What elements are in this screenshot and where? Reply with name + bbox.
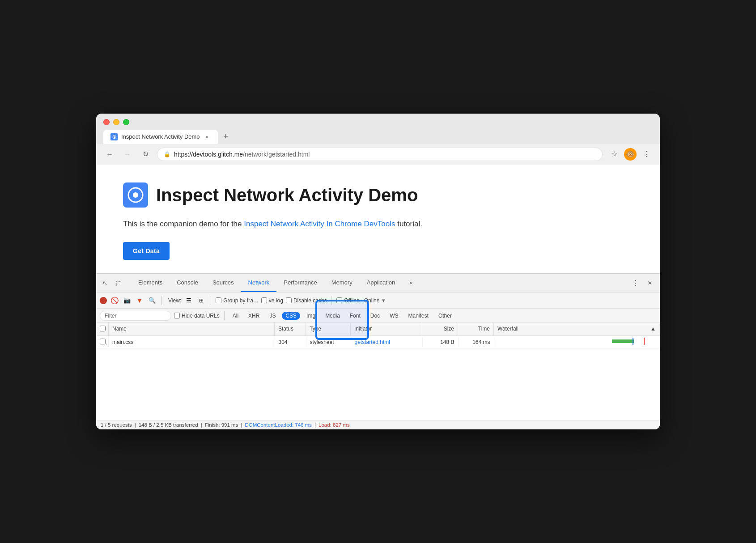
page-content: Inspect Network Activity Demo This is th…	[96, 165, 660, 274]
dom-content-loaded-link[interactable]: DOMContentLoaded: 746 ms	[245, 422, 312, 428]
row-checkbox[interactable]	[100, 339, 106, 344]
load-time: Load: 827 ms	[319, 422, 350, 428]
tabs-row: ◎ Inspect Network Activity Demo × +	[103, 130, 653, 144]
browser-window: ◎ Inspect Network Activity Demo × + ← → …	[96, 114, 660, 430]
devtools-close-icon[interactable]: ×	[644, 277, 656, 289]
header-name[interactable]: Name	[109, 323, 275, 335]
filter-font[interactable]: Font	[346, 312, 364, 320]
table-header: Name Status Type Initiator Size Time Wat…	[96, 323, 660, 336]
tab-favicon: ◎	[110, 133, 118, 140]
browser-tab[interactable]: ◎ Inspect Network Activity Demo ×	[103, 130, 218, 144]
header-status[interactable]: Status	[275, 323, 306, 335]
select-all-checkbox[interactable]	[100, 326, 106, 331]
cursor-icon[interactable]: ↖	[100, 278, 110, 288]
group-by-frame-input[interactable]	[216, 297, 221, 303]
search-icon[interactable]: 🔍	[147, 296, 157, 305]
filter-img[interactable]: Img	[303, 312, 319, 320]
tab-close-button[interactable]: ×	[204, 133, 211, 140]
svg-point-1	[133, 192, 138, 198]
filter-doc[interactable]: Doc	[367, 312, 383, 320]
filter-separator	[224, 311, 225, 320]
tab-network[interactable]: Network	[241, 274, 277, 292]
tab-memory[interactable]: Memory	[324, 274, 360, 292]
initiator-link[interactable]: getstarted.html	[355, 339, 390, 345]
separator-1	[161, 296, 162, 305]
waterfall-blue-line	[633, 338, 633, 345]
maximize-traffic-light[interactable]	[123, 119, 129, 125]
tutorial-link[interactable]: Inspect Network Activity In Chrome DevTo…	[244, 220, 395, 228]
filter-xhr[interactable]: XHR	[245, 312, 263, 320]
filter-row: Hide data URLs All XHR JS CSS Img Media …	[96, 309, 660, 323]
waterfall-bar-container	[498, 338, 657, 345]
close-traffic-light[interactable]	[103, 119, 110, 125]
view-label: View:	[168, 297, 181, 304]
filter-css[interactable]: CSS	[282, 312, 300, 320]
tab-application[interactable]: Application	[360, 274, 403, 292]
group-by-frame-checkbox[interactable]: Group by fra…	[216, 297, 259, 304]
filter-media[interactable]: Media	[322, 312, 344, 320]
header-waterfall[interactable]: Waterfall ▲	[494, 323, 660, 335]
minimize-traffic-light[interactable]	[113, 119, 119, 125]
filter-input[interactable]	[100, 311, 171, 321]
filter-manifest[interactable]: Manifest	[405, 312, 432, 320]
transferred-size: 148 B / 2.5 KB transferred	[139, 422, 198, 428]
network-toolbar: 🚫 📷 ▼ 🔍 View: ☰ ⊞ Group by fra… ve log D…	[96, 293, 660, 309]
list-view-icon[interactable]: ☰	[184, 296, 194, 305]
new-tab-button[interactable]: +	[220, 131, 232, 143]
camera-button[interactable]: 📷	[122, 296, 132, 305]
address-path: /network/getstarted.html	[243, 151, 310, 158]
tab-sources[interactable]: Sources	[205, 274, 241, 292]
address-domain: https://devtools.glitch.me	[174, 151, 243, 158]
header-size[interactable]: Size	[422, 323, 458, 335]
separator-2	[211, 296, 211, 305]
offline-input[interactable]	[336, 297, 342, 303]
row-name: main.css	[109, 337, 275, 347]
preserve-log-input[interactable]	[261, 297, 267, 303]
user-avatar[interactable]: 🐵	[624, 148, 637, 161]
row-checkbox-cell	[96, 337, 109, 348]
disable-cache-input[interactable]	[286, 297, 292, 303]
record-button[interactable]	[100, 297, 107, 304]
menu-icon[interactable]: ⋮	[640, 148, 653, 161]
row-initiator[interactable]: getstarted.html	[351, 337, 423, 347]
preserve-log-checkbox[interactable]: ve log	[261, 297, 283, 304]
filter-other[interactable]: Other	[435, 312, 455, 320]
address-bar[interactable]: 🔒 https://devtools.glitch.me/network/get…	[157, 148, 603, 161]
large-rows-icon[interactable]: ⊞	[196, 296, 206, 305]
get-data-button[interactable]: Get Data	[123, 242, 170, 260]
tab-elements[interactable]: Elements	[131, 274, 170, 292]
reload-button[interactable]: ↻	[139, 148, 152, 161]
header-time[interactable]: Time	[458, 323, 494, 335]
requests-count: 1 / 5 requests	[101, 422, 132, 428]
header-type[interactable]: Type	[306, 323, 351, 335]
status-bar: 1 / 5 requests | 148 B / 2.5 KB transfer…	[96, 420, 660, 429]
devtools-more-icon[interactable]: ⋮	[629, 277, 642, 289]
table-row[interactable]: main.css 304 stylesheet getstarted.html …	[96, 336, 660, 348]
offline-checkbox[interactable]: Offline	[336, 297, 359, 304]
hide-data-urls-checkbox[interactable]: Hide data URLs	[174, 313, 220, 319]
row-size: 148 B	[423, 337, 459, 347]
tab-console[interactable]: Console	[170, 274, 205, 292]
disable-cache-checkbox[interactable]: Disable cache	[286, 297, 327, 304]
tab-performance[interactable]: Performance	[276, 274, 324, 292]
filter-all[interactable]: All	[229, 312, 242, 320]
bookmark-icon[interactable]: ☆	[608, 148, 620, 161]
waterfall-bar	[612, 339, 634, 343]
devtools-right: ⋮ ×	[629, 277, 656, 289]
mobile-icon[interactable]: ⬚	[113, 278, 124, 288]
filter-js[interactable]: JS	[266, 312, 279, 320]
tab-title: Inspect Network Activity Demo	[121, 133, 200, 140]
header-initiator[interactable]: Initiator	[351, 323, 422, 335]
hide-data-urls-input[interactable]	[174, 313, 180, 318]
stop-button[interactable]: 🚫	[110, 296, 119, 305]
dropdown-arrow[interactable]: ▾	[382, 297, 385, 304]
traffic-lights	[103, 119, 653, 125]
back-button[interactable]: ←	[103, 148, 116, 161]
filter-icon[interactable]: ▼	[135, 296, 144, 305]
page-logo	[123, 182, 148, 208]
waterfall-sort-arrow[interactable]: ▲	[650, 326, 656, 333]
row-waterfall	[494, 336, 660, 348]
tab-more[interactable]: »	[402, 274, 420, 292]
forward-button[interactable]: →	[121, 148, 134, 161]
filter-ws[interactable]: WS	[386, 312, 402, 320]
